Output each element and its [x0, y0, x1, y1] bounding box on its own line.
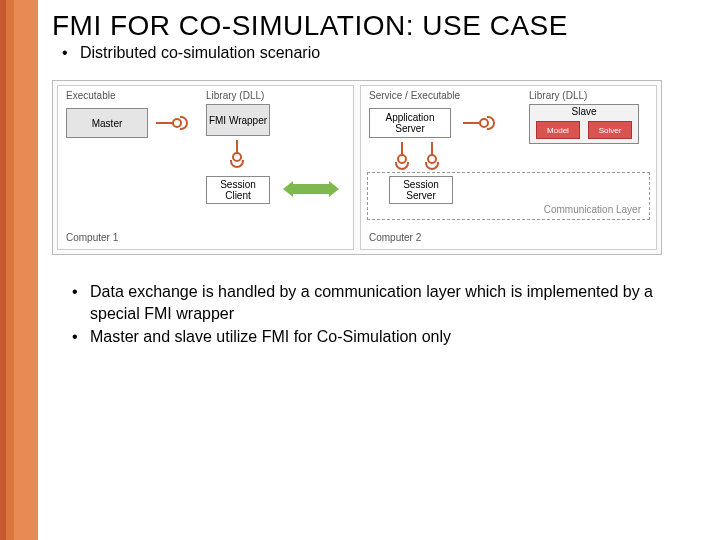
- slave-solver-box: Solver: [588, 121, 632, 139]
- label-library-dll-left: Library (DLL): [206, 90, 264, 101]
- bullet-master-slave: Master and slave utilize FMI for Co-Simu…: [52, 326, 702, 348]
- scenario-bullet: Distributed co-simulation scenario: [52, 44, 702, 62]
- bullet-data-exchange: Data exchange is handled by a communicat…: [52, 281, 702, 324]
- master-box: Master: [66, 108, 148, 138]
- footer-computer-1: Computer 1: [66, 232, 118, 243]
- bidirectional-arrow-icon: [283, 181, 339, 197]
- label-library-dll-right: Library (DLL): [529, 90, 587, 101]
- footer-computer-2: Computer 2: [369, 232, 421, 243]
- session-client-box: Session Client: [206, 176, 270, 204]
- connector-master-wrapper: [156, 116, 190, 130]
- label-service-executable: Service / Executable: [369, 90, 460, 101]
- fmi-wrapper-box: FMI Wrapper: [206, 104, 270, 136]
- computer-2-pane: Service / Executable Library (DLL) Appli…: [360, 85, 657, 250]
- slave-model-box: Model: [536, 121, 580, 139]
- slave-title: Slave: [530, 106, 638, 117]
- connector-appserver-slave: [463, 116, 497, 130]
- computer-1-pane: Executable Library (DLL) Master FMI Wrap…: [57, 85, 354, 250]
- communication-layer-label: Communication Layer: [544, 204, 641, 215]
- slide-title: FMI FOR CO-SIMULATION: USE CASE: [52, 10, 702, 42]
- connector-appserver-down-2: [425, 142, 439, 172]
- slide-content: FMI FOR CO-SIMULATION: USE CASE Distribu…: [52, 10, 702, 522]
- accent-sidebar: [0, 0, 38, 540]
- application-server-box: Application Server: [369, 108, 451, 138]
- architecture-diagram: Executable Library (DLL) Master FMI Wrap…: [52, 80, 662, 255]
- label-executable: Executable: [66, 90, 115, 101]
- slave-container: Slave Model Solver: [529, 104, 639, 144]
- summary-bullets: Data exchange is handled by a communicat…: [52, 281, 702, 348]
- connector-appserver-down-1: [395, 142, 409, 172]
- connector-wrapper-down: [230, 140, 244, 170]
- communication-layer-area: Communication Layer: [367, 172, 650, 220]
